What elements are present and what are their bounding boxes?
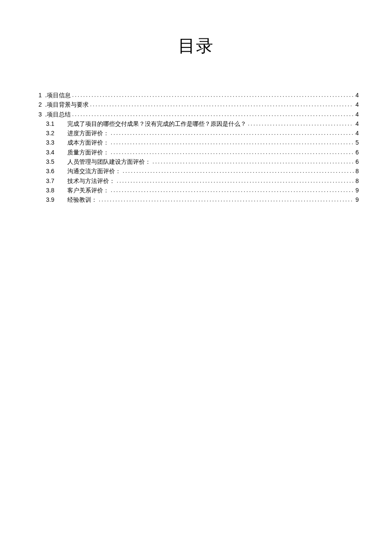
toc-leader-dots — [111, 129, 354, 135]
toc-entry-label: 经验教训： — [67, 196, 97, 204]
toc-entry-number: 3.6 — [46, 167, 60, 175]
toc-entry-label: 客户关系评价： — [67, 186, 109, 195]
toc-entry[interactable]: 3.3成本方面评价：5 — [33, 138, 359, 147]
toc-leader-dots — [111, 139, 354, 145]
toc-entry-label: 人员管理与团队建设方面评价： — [67, 158, 151, 166]
toc-entry-label: .项目背景与要求 — [45, 101, 89, 109]
toc-entry[interactable]: 2.项目背景与要求4 — [33, 100, 359, 109]
toc-entry[interactable]: 3.2进度方面评价：4 — [33, 129, 359, 138]
toc-entry-page: 8 — [355, 167, 359, 175]
toc-entry-number: 3 — [33, 110, 42, 119]
toc-entry-page: 6 — [355, 157, 359, 166]
toc-entry-number: 3.4 — [46, 148, 60, 157]
toc-entry-label: 沟通交流方面评价： — [67, 167, 121, 176]
toc-entry[interactable]: 3.项目总结4 — [33, 110, 359, 119]
toc-entry-page: 4 — [355, 100, 359, 109]
toc-entry-label: 技术与方法评价： — [67, 177, 115, 186]
toc-entry-number: 3.1 — [46, 119, 60, 128]
toc-entry-page: 9 — [355, 186, 359, 195]
toc-entry[interactable]: 1.项目信息4 — [33, 91, 359, 100]
toc-leader-dots — [72, 91, 354, 97]
toc-entry-number: 1 — [33, 91, 42, 99]
toc-entry[interactable]: 3.4质量方面评价：6 — [33, 148, 359, 157]
toc-entry-number: 2 — [33, 100, 42, 109]
toc-entry[interactable]: 3.7技术与方法评价：8 — [33, 177, 359, 186]
toc-leader-dots — [90, 101, 354, 107]
toc-entry-label: 成本方面评价： — [67, 139, 109, 147]
document-page: 目录 1.项目信息42.项目背景与要求43.项目总结43.1完成了项目的哪些交付… — [0, 0, 392, 205]
toc-entry-label: 进度方面评价： — [67, 129, 109, 138]
toc-entry-page: 5 — [355, 138, 359, 147]
toc-entry-page: 4 — [355, 129, 359, 137]
toc-leader-dots — [117, 177, 354, 183]
toc-entry[interactable]: 3.8客户关系评价：9 — [33, 186, 359, 195]
toc-leader-dots — [153, 158, 354, 164]
toc-entry[interactable]: 3.5人员管理与团队建设方面评价：6 — [33, 157, 359, 166]
toc-entry-label: .项目信息 — [45, 91, 71, 100]
toc-entry-page: 6 — [355, 148, 359, 157]
toc-entry-label: 完成了项目的哪些交付成果？没有完成的工作是哪些？原因是什么？ — [67, 120, 246, 128]
toc-leader-dots — [111, 148, 354, 154]
toc-entry-number: 3.2 — [46, 129, 60, 137]
toc-leader-dots — [248, 120, 354, 126]
toc-title: 目录 — [33, 34, 359, 58]
toc-entry-label: 质量方面评价： — [67, 148, 109, 157]
toc-entry-page: 9 — [355, 195, 359, 204]
toc-leader-dots — [111, 186, 354, 192]
toc-entry-number: 3.5 — [46, 157, 60, 166]
toc-entry-page: 4 — [355, 91, 359, 99]
toc-entry-number: 3.9 — [46, 195, 60, 204]
toc-leader-dots — [72, 110, 354, 116]
toc-entry-page: 4 — [355, 110, 359, 119]
toc-entry[interactable]: 3.9经验教训：9 — [33, 195, 359, 204]
toc-entry-number: 3.3 — [46, 138, 60, 147]
toc-entry-number: 3.7 — [46, 177, 60, 185]
toc-entry-number: 3.8 — [46, 186, 60, 195]
toc-entry-label: .项目总结 — [45, 110, 71, 119]
toc-entry-page: 4 — [355, 119, 359, 128]
toc-leader-dots — [99, 196, 354, 202]
toc-entry[interactable]: 3.1完成了项目的哪些交付成果？没有完成的工作是哪些？原因是什么？4 — [33, 119, 359, 128]
toc-entry[interactable]: 3.6沟通交流方面评价：8 — [33, 167, 359, 176]
toc-entry-page: 8 — [355, 177, 359, 185]
toc-leader-dots — [123, 167, 354, 173]
table-of-contents: 1.项目信息42.项目背景与要求43.项目总结43.1完成了项目的哪些交付成果？… — [33, 91, 359, 205]
